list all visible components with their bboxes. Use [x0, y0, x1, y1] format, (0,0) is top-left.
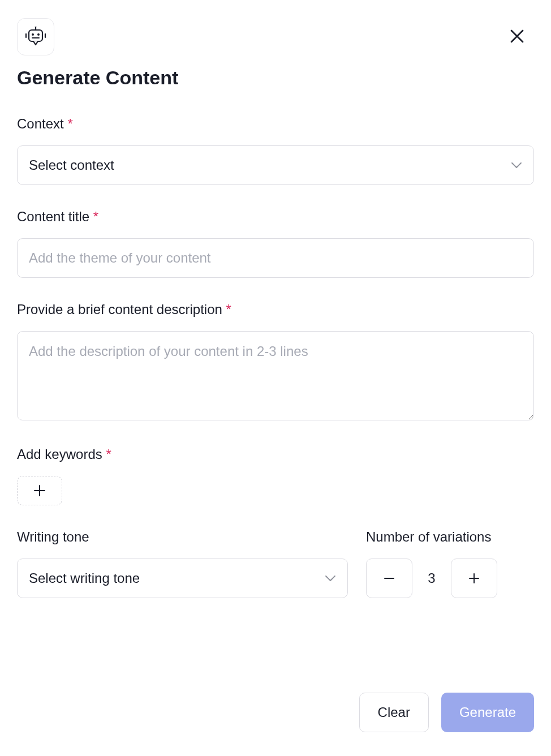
decrement-button[interactable]: [366, 559, 412, 598]
svg-point-4: [37, 33, 40, 36]
context-label: Context *: [17, 116, 534, 132]
close-icon: [510, 29, 524, 44]
minus-icon: [383, 572, 395, 585]
variations-value: 3: [426, 570, 437, 586]
variations-label: Number of variations: [366, 529, 534, 545]
add-keyword-button[interactable]: [17, 476, 62, 505]
context-select-value: Select context: [29, 157, 114, 173]
svg-rect-0: [29, 30, 42, 41]
close-button[interactable]: [506, 25, 528, 48]
clear-button[interactable]: Clear: [359, 693, 429, 732]
bot-icon-badge: [17, 18, 54, 55]
writing-tone-select-value: Select writing tone: [29, 570, 140, 586]
required-star: *: [222, 302, 231, 317]
writing-tone-label: Writing tone: [17, 529, 348, 545]
description-textarea[interactable]: [17, 331, 534, 420]
plus-icon: [468, 572, 480, 585]
generate-button[interactable]: Generate: [441, 693, 534, 732]
writing-tone-select[interactable]: Select writing tone: [17, 559, 348, 598]
variations-stepper: 3: [366, 559, 534, 598]
required-star: *: [64, 116, 73, 131]
page-title: Generate Content: [17, 67, 534, 89]
required-star: *: [89, 209, 98, 224]
bot-icon: [24, 27, 47, 47]
content-title-label: Content title *: [17, 209, 534, 225]
description-label: Provide a brief content description *: [17, 302, 534, 317]
svg-point-3: [32, 33, 34, 36]
context-select[interactable]: Select context: [17, 145, 534, 185]
keywords-label: Add keywords *: [17, 446, 534, 462]
chevron-down-icon: [511, 162, 522, 169]
content-title-input[interactable]: [17, 238, 534, 278]
plus-icon: [33, 484, 46, 497]
required-star: *: [102, 446, 111, 462]
chevron-down-icon: [325, 575, 336, 582]
increment-button[interactable]: [451, 559, 497, 598]
